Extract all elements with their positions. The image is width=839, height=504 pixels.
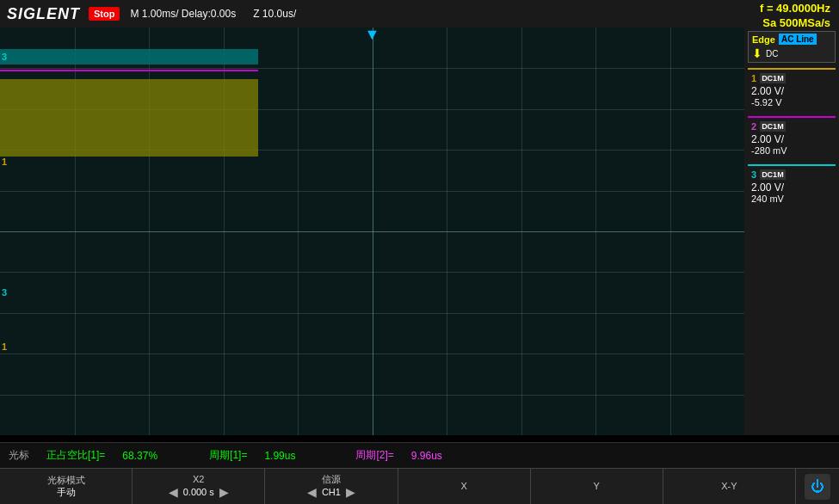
x2-down-arrow[interactable]: ◀: [169, 485, 178, 499]
right-panel: Edge AC Line ⬇ DC 1 DC1M 2.00 V/ -5.92 V…: [744, 28, 839, 435]
x2-label: X2: [193, 474, 204, 485]
duty-value: 68.37%: [122, 450, 157, 462]
x2-up-arrow[interactable]: ▶: [219, 485, 229, 499]
cursor-mode-button[interactable]: 光标模式 手动: [0, 469, 133, 504]
trigger-type-label: Edge: [752, 34, 775, 45]
io-icon: ⏻: [805, 474, 830, 500]
ch1-marker-bottom: 1: [2, 341, 7, 352]
y-label: Y: [594, 481, 600, 492]
status-bar: 光标 正占空比[1]= 68.37% 周期[1]= 1.99us 周期[2]= …: [0, 442, 839, 468]
duty-label: 正占空比[1]=: [46, 448, 105, 463]
ch1-info: 1 DC1M 2.00 V/ -5.92 V: [748, 68, 836, 111]
ch3-marker-mid: 3: [2, 287, 7, 298]
xy-label: X-Y: [721, 481, 737, 492]
y-button[interactable]: Y: [531, 469, 663, 504]
source-button[interactable]: 信源 ◀ CH1 ▶: [265, 469, 398, 504]
ch3-voltage: 2.00 V/: [751, 181, 832, 194]
scope-screen: ▼: [0, 28, 744, 435]
period2-label: 周期[2]=: [355, 448, 393, 463]
trigger-settings: Edge AC Line ⬇ DC: [748, 31, 836, 63]
cursor-mode-value: 手动: [57, 487, 76, 498]
cursor-mode-label: 光标模式: [47, 475, 85, 486]
svg-rect-2: [0, 79, 258, 157]
ch2-number: 2 DC1M: [751, 121, 832, 132]
zoom-display: Z 10.0us/: [253, 8, 296, 20]
source-up-arrow[interactable]: ▶: [346, 485, 355, 499]
timebase-display: M 1.00ms/ Delay:0.00s: [130, 8, 236, 20]
source-down-arrow[interactable]: ◀: [307, 485, 317, 499]
source-value: CH1: [322, 487, 341, 498]
trigger-top-marker: ▼: [365, 28, 380, 44]
ch2-voltage: 2.00 V/: [751, 133, 832, 145]
ch1-voltage: 2.00 V/: [751, 85, 832, 97]
logo: SIGLENT: [7, 5, 80, 23]
x2-button[interactable]: X2 ◀ 0.000 s ▶: [133, 469, 265, 504]
io-button[interactable]: ⏻: [796, 469, 839, 504]
trigger-source-label: AC Line: [779, 34, 817, 45]
ch3-info: 3 DC1M 2.00 V/ 240 mV: [748, 164, 836, 207]
waveform-svg: [0, 28, 258, 157]
x2-value: 0.000 s: [183, 487, 214, 498]
bottom-bar: 光标模式 手动 X2 ◀ 0.000 s ▶ 信源 ◀ CH1 ▶ X Y X-…: [0, 468, 839, 504]
period1-label: 周期[1]=: [209, 448, 247, 463]
x-label: X: [460, 481, 466, 492]
ch3-offset: 240 mV: [751, 194, 832, 204]
ch1-number: 1 DC1M: [751, 73, 832, 83]
trigger-coupling-label: DC: [766, 49, 778, 58]
stop-button[interactable]: Stop: [89, 7, 120, 21]
svg-rect-0: [0, 49, 258, 65]
ch2-info: 2 DC1M 2.00 V/ -280 mV: [748, 116, 836, 159]
ch3-number: 3 DC1M: [751, 169, 832, 180]
ch2-offset: -280 mV: [751, 145, 832, 156]
ch1-marker: 1: [2, 157, 7, 167]
ch3-coupling: DC1M: [760, 169, 786, 180]
ch3-marker-top: 3: [2, 52, 7, 62]
period2-value: 9.96us: [411, 450, 442, 462]
trigger-slope-icon: ⬇: [752, 46, 762, 60]
ch1-coupling: DC1M: [760, 73, 786, 83]
period1-value: 1.99us: [264, 450, 295, 462]
xy-button[interactable]: X-Y: [663, 469, 796, 504]
source-label: 信源: [322, 474, 341, 485]
top-bar: SIGLENT Stop M 1.00ms/ Delay:0.00s Z 10.…: [0, 0, 839, 28]
x-button[interactable]: X: [398, 469, 531, 504]
ch1-offset: -5.92 V: [751, 97, 832, 108]
cursor-label: 光标: [9, 448, 29, 463]
ch2-coupling: DC1M: [760, 121, 786, 132]
io-symbol: ⏻: [811, 479, 824, 495]
